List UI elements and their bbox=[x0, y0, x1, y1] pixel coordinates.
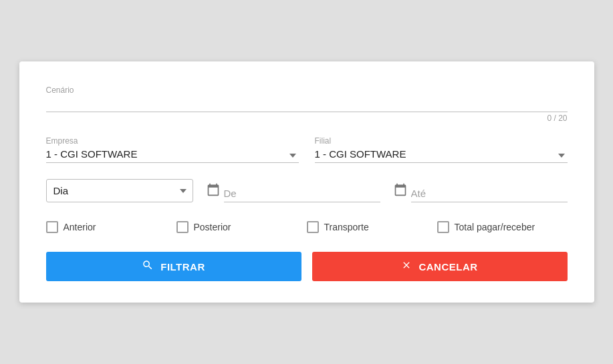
scenario-label: Cenário bbox=[46, 85, 568, 95]
checkbox-row: Anterior Posterior Transporte Total paga… bbox=[46, 221, 568, 233]
checkbox-anterior-label: Anterior bbox=[64, 222, 96, 232]
ate-calendar-icon bbox=[394, 183, 407, 200]
ate-input[interactable] bbox=[411, 186, 568, 202]
period-row: Dia Semana Mês Ano bbox=[46, 179, 568, 202]
empresa-select-wrapper: Empresa 1 - CGI SOFTWARE bbox=[46, 136, 299, 163]
checkbox-transporte: Transporte bbox=[307, 221, 437, 233]
de-input[interactable] bbox=[224, 186, 380, 202]
filial-select[interactable]: 1 - CGI SOFTWARE bbox=[315, 147, 568, 163]
cancel-button[interactable]: CANCELAR bbox=[312, 252, 568, 281]
checkbox-anterior-box[interactable] bbox=[46, 221, 58, 233]
filial-field: Filial 1 - CGI SOFTWARE bbox=[315, 136, 568, 163]
cancel-icon bbox=[401, 260, 412, 274]
period-select-wrapper: Dia Semana Mês Ano bbox=[46, 179, 193, 202]
checkbox-posterior-box[interactable] bbox=[176, 221, 189, 233]
de-calendar-icon bbox=[207, 183, 220, 200]
filter-button-label: FILTRAR bbox=[160, 261, 205, 272]
checkbox-posterior-label: Posterior bbox=[194, 222, 231, 232]
checkbox-anterior: Anterior bbox=[46, 221, 176, 233]
search-icon bbox=[142, 259, 154, 275]
period-select[interactable]: Dia Semana Mês Ano bbox=[46, 179, 193, 202]
scenario-input[interactable] bbox=[46, 96, 568, 112]
char-count: 0 / 20 bbox=[46, 114, 568, 123]
filial-label: Filial bbox=[315, 136, 568, 146]
dialog: Cenário 0 / 20 Empresa 1 - CGI SOFTWARE … bbox=[19, 61, 594, 303]
checkbox-transporte-label: Transporte bbox=[324, 222, 369, 232]
cancel-button-label: CANCELAR bbox=[418, 261, 477, 272]
checkbox-posterior: Posterior bbox=[176, 221, 307, 233]
empresa-filial-row: Empresa 1 - CGI SOFTWARE Filial 1 - CGI … bbox=[46, 136, 568, 163]
filial-select-wrapper: Filial 1 - CGI SOFTWARE bbox=[315, 136, 568, 163]
checkbox-transporte-box[interactable] bbox=[307, 221, 319, 233]
button-row: FILTRAR CANCELAR bbox=[46, 252, 568, 281]
ate-field-wrapper bbox=[394, 183, 568, 202]
checkbox-total-label: Total pagar/receber bbox=[455, 222, 535, 232]
scenario-field: Cenário 0 / 20 bbox=[46, 85, 568, 123]
filter-button[interactable]: FILTRAR bbox=[46, 252, 301, 281]
empresa-label: Empresa bbox=[46, 136, 299, 146]
de-field-wrapper bbox=[207, 183, 380, 202]
checkbox-total-pagar-receber: Total pagar/receber bbox=[437, 221, 568, 233]
empresa-select[interactable]: 1 - CGI SOFTWARE bbox=[46, 147, 299, 163]
empresa-field: Empresa 1 - CGI SOFTWARE bbox=[46, 136, 299, 163]
checkbox-total-box[interactable] bbox=[437, 221, 449, 233]
